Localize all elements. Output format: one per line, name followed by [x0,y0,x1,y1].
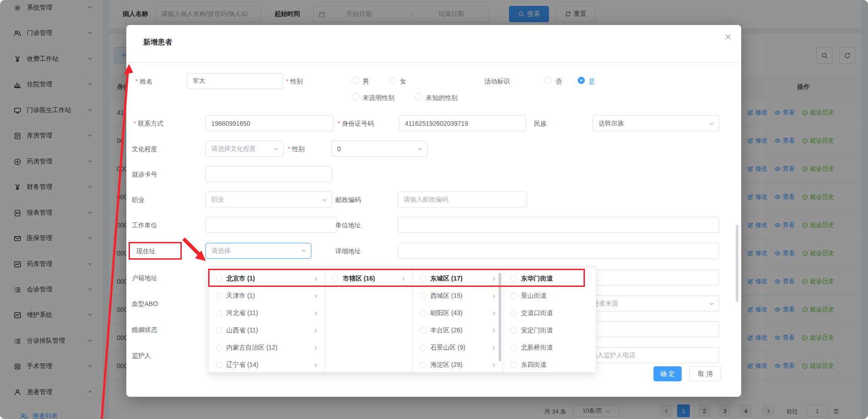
radio-icon[interactable] [420,293,426,299]
cascader-option[interactable]: 丰台区 (26) [413,322,503,339]
cascader-option[interactable]: 北新桥街道 [503,339,596,356]
cascader-option[interactable]: 北京市 (1) [209,270,324,287]
cascader-option[interactable]: 朝阳区 (43) [413,305,503,322]
app-window: 系统管理门诊管理收费工作站住院管理门诊医生工作站库房管理药房管理财务管理报表管理… [0,0,868,419]
cascader-option-label: 辽宁省 (14) [226,361,259,369]
chevron-right-icon [401,276,406,281]
contact-label: 联系方式 [134,120,163,128]
blood-type-label: 血型ABO [132,300,158,308]
chevron-right-icon [313,311,318,316]
cascader-option-label: 市辖区 (16) [343,275,375,283]
cascader-option-label: 朝阳区 (43) [430,309,463,317]
education-select[interactable]: 请选择文化程度 [205,141,284,157]
cascader-option[interactable]: 内蒙古自治区 (12) [209,339,324,356]
education-label: 文化程度 [132,145,157,153]
name-input[interactable]: 牢大 [187,73,283,89]
radio-icon[interactable] [216,362,222,368]
unit-address-input[interactable] [398,217,719,233]
radio-active-no-label[interactable]: 否 [555,78,562,86]
radio-icon[interactable] [510,276,517,282]
cascader-option[interactable]: 景山街道 [503,287,596,305]
cascader-option-label: 天津市 (1) [226,292,255,300]
radio-active-yes-label[interactable]: 是 [589,78,595,86]
radio-gender-unknown[interactable] [415,93,422,100]
id-card-label: 身份证号码 [338,120,374,128]
radio-icon[interactable] [216,276,222,282]
cascader-option[interactable]: 石景山区 (9) [413,339,503,356]
radio-male[interactable] [352,77,359,84]
cascader-option[interactable]: 交道口街道 [503,305,596,322]
work-unit-input[interactable] [205,217,337,233]
cascader-option[interactable]: 山西省 (11) [209,322,324,339]
cascader-option-label: 安定门街道 [521,326,553,335]
cascader-option[interactable]: 辽宁省 (14) [209,356,324,372]
radio-icon[interactable] [216,345,222,351]
cascader-option-label: 交道口街道 [521,309,553,317]
detail-address-input[interactable] [398,243,719,259]
cascader-option[interactable]: 东华门街道 [503,270,596,287]
radio-icon[interactable] [420,310,426,316]
radio-icon[interactable] [420,327,426,334]
current-address-label: 现住址 [136,247,155,256]
ethnic-select[interactable]: 达斡尔族 [593,115,719,131]
cascader-option[interactable]: 东城区 (17) [413,270,503,287]
radio-icon[interactable] [216,327,222,334]
card-no-input[interactable] [205,166,332,182]
radio-icon[interactable] [216,293,222,299]
cascader-option[interactable]: 海淀区 (29) [413,356,503,372]
radio-icon[interactable] [510,345,517,351]
radio-icon[interactable] [510,362,517,368]
chevron-down-icon [273,146,279,152]
cascader-option-label: 丰台区 (26) [430,326,463,335]
contact-input[interactable]: 19880991650 [205,115,334,131]
cascader-option[interactable]: 西城区 (15) [413,287,503,305]
cascader-option-label: 东华门街道 [521,275,553,283]
cascader-option[interactable]: 安定门街道 [503,322,596,339]
modal-scrollbar[interactable] [736,225,738,302]
chevron-right-icon [491,276,496,281]
radio-gender-unspecified-label[interactable]: 未说明性别 [363,94,394,102]
cascader-option[interactable]: 市辖区 (16) [325,270,412,287]
chevron-right-icon [313,294,318,299]
cascader-option[interactable]: 河北省 (11) [209,305,324,322]
radio-icon[interactable] [510,310,517,316]
cascader-option-label: 山西省 (11) [226,326,258,335]
id-card-input[interactable]: 411625192602039719 [399,115,526,131]
cascader-option-label: 石景山区 (9) [430,344,465,352]
cascader-option[interactable]: 天津市 (1) [209,287,324,305]
gender2-select[interactable]: 0 [331,141,428,157]
postal-input[interactable]: 请输入邮政编码 [398,192,527,207]
chevron-right-icon [491,328,496,333]
radio-icon[interactable] [332,276,339,282]
chevron-right-icon [313,276,318,281]
radio-gender-unspecified[interactable] [352,93,359,100]
radio-icon[interactable] [510,327,517,334]
cancel-button[interactable]: 取 消 [689,366,721,381]
cascader-option-label: 北京市 (1) [226,275,255,283]
radio-male-label[interactable]: 男 [363,78,369,86]
radio-icon[interactable] [420,345,426,351]
close-icon[interactable] [724,33,733,42]
modal-header-divider [126,62,741,63]
radio-icon[interactable] [510,293,517,299]
radio-icon[interactable] [420,276,426,282]
radio-female-label[interactable]: 女 [400,78,406,86]
chevron-right-icon [313,363,318,368]
occupation-select[interactable]: 职业 [205,192,332,207]
radio-female[interactable] [389,77,396,84]
current-address-cascader[interactable]: 请选择 [205,243,311,259]
gender2-label: 性别 [288,145,304,153]
name-label: 姓名 [135,78,152,86]
radio-gender-unknown-label[interactable]: 未知的性别 [426,94,458,102]
cascader-scrollbar[interactable] [499,273,501,361]
cascader-option-label: 内蒙古自治区 (12) [226,344,278,352]
radio-icon[interactable] [216,310,222,316]
chevron-right-icon [491,363,496,368]
confirm-button[interactable]: 确 定 [653,366,682,381]
radio-icon[interactable] [420,362,426,368]
radio-active-yes[interactable] [578,77,585,84]
radio-active-no[interactable] [544,77,552,84]
postal-label: 邮政编码 [335,196,361,204]
cascader-column-4: 东华门街道景山街道交道口街道安定门街道北新桥街道东四街道 [503,267,596,372]
cascader-option[interactable]: 东四街道 [503,356,596,372]
